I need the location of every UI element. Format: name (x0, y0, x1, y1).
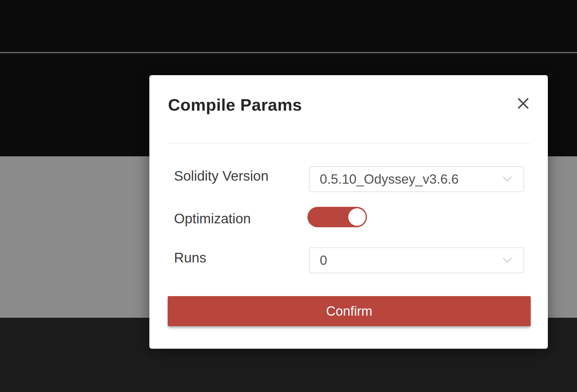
dialog-title: Compile Params (168, 95, 302, 115)
optimization-toggle[interactable] (307, 207, 367, 227)
compile-params-dialog: Compile Params Solidity Version 0.5.10_O… (149, 75, 548, 349)
dialog-header-divider (166, 143, 531, 144)
chevron-down-icon (502, 176, 512, 182)
chevron-down-icon (502, 257, 512, 263)
optimization-label: Optimization (174, 210, 251, 227)
runs-select[interactable]: 0 (309, 247, 524, 273)
header-divider-line (0, 52, 577, 53)
runs-label: Runs (174, 250, 206, 266)
solidity-version-label: Solidity Version (174, 168, 269, 184)
solidity-version-select[interactable]: 0.5.10_Odyssey_v3.6.6 (309, 166, 524, 192)
toggle-knob (348, 208, 366, 226)
confirm-button[interactable]: Confirm (168, 296, 531, 326)
solidity-version-value: 0.5.10_Odyssey_v3.6.6 (310, 172, 459, 187)
runs-value: 0 (310, 253, 327, 268)
close-icon[interactable] (514, 94, 533, 113)
